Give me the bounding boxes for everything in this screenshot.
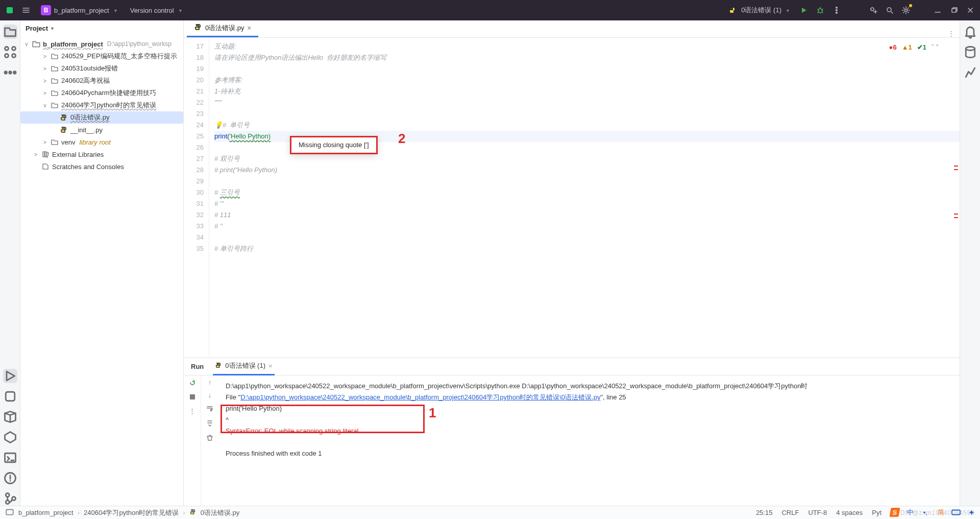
window-restore-icon[interactable]: [948, 5, 960, 16]
search-icon[interactable]: [884, 5, 895, 16]
svg-point-7: [887, 8, 891, 12]
folder-icon: [50, 88, 59, 98]
structure-tool-icon[interactable]: [3, 45, 17, 59]
run-tool-icon[interactable]: [3, 369, 17, 383]
stop-icon[interactable]: [189, 393, 196, 402]
up-icon[interactable]: ↑: [208, 379, 212, 386]
code-area[interactable]: ●6 ▲1 ✔1 ˆ ˅ 互动题:请在评论区使用Python语法编出Hello …: [209, 38, 960, 358]
interpreter-info[interactable]: Pyt: [872, 509, 881, 516]
svg-point-6: [871, 8, 874, 11]
system-tray: S 中 •, 简 ✦: [889, 507, 977, 518]
tree-row[interactable]: >240602高考祝福: [20, 75, 183, 87]
coverage-tool-icon[interactable]: [963, 65, 977, 80]
inspection-widget[interactable]: ●6 ▲1 ✔1 ˆ ˅: [889, 42, 939, 53]
run-tab[interactable]: 0语法错误 (1) ×: [213, 358, 274, 375]
svg-rect-28: [6, 510, 13, 515]
settings-icon[interactable]: [900, 5, 912, 16]
sogou-ime-icon[interactable]: S: [888, 507, 901, 518]
svg-point-14: [4, 72, 7, 74]
ime-punct-icon[interactable]: •,: [920, 507, 931, 518]
file-encoding[interactable]: UTF-8: [808, 509, 827, 516]
ime-zh-icon[interactable]: 中: [904, 507, 916, 518]
folder-icon: [41, 162, 50, 171]
indent-info[interactable]: 4 spaces: [836, 509, 863, 516]
tree-row[interactable]: >240604Pycharm快捷键使用技巧: [20, 87, 183, 99]
tree-row[interactable]: v240604学习python时的常见错误: [20, 99, 183, 111]
window-close-icon[interactable]: [965, 5, 976, 16]
error-stripe[interactable]: [952, 38, 960, 358]
scroll-to-end-icon[interactable]: [206, 419, 214, 429]
run-side-toolbar: ⋮: [184, 375, 201, 506]
trash-icon[interactable]: [206, 434, 214, 443]
vcs-menu[interactable]: Version control: [126, 5, 186, 16]
main-area: Project ▾ v b_platform_project D:\app1\p…: [0, 20, 980, 506]
terminal-tool-icon[interactable]: [3, 451, 17, 465]
more-run-icon[interactable]: ⋮: [189, 407, 195, 415]
folder-icon: [50, 52, 59, 61]
editor-tab-label: 0语法错误.py: [205, 23, 244, 33]
more-actions-icon[interactable]: [831, 5, 842, 16]
run-icon[interactable]: [798, 5, 810, 16]
debug-icon[interactable]: [815, 5, 826, 16]
tree-row[interactable]: >venvlibrary root: [20, 136, 183, 148]
line-separator[interactable]: CRLF: [781, 509, 799, 516]
console-line: ^: [226, 414, 952, 426]
project-selector[interactable]: B b_platform_project: [37, 4, 121, 17]
packages-tool-icon[interactable]: [3, 410, 17, 424]
python-icon: [59, 113, 68, 122]
editor-tabs-menu-icon[interactable]: ⋮: [948, 30, 960, 37]
code-editor[interactable]: 17181920212223242526272829303132333435 ●…: [184, 38, 960, 358]
annotation-label-1: 1: [429, 407, 436, 418]
folder-icon: [50, 137, 59, 147]
nav-back-icon[interactable]: [5, 507, 14, 518]
tree-row[interactable]: >External Libraries: [20, 148, 183, 160]
project-pane-header[interactable]: Project ▾: [20, 20, 183, 36]
tree-row[interactable]: __init__.py: [20, 124, 183, 136]
editor-tab[interactable]: 0语法错误.py ×: [187, 20, 258, 37]
svg-point-16: [13, 72, 16, 74]
python-icon: [727, 5, 738, 16]
notifications-icon[interactable]: [963, 25, 977, 39]
editor-area: 0语法错误.py × ⋮ 171819202122232425262728293…: [184, 20, 960, 506]
close-tab-icon[interactable]: ×: [248, 24, 252, 32]
svg-point-24: [197, 25, 198, 26]
vcs-tool-icon[interactable]: [3, 491, 17, 506]
more-tools-icon[interactable]: [3, 65, 17, 80]
project-tree[interactable]: v b_platform_project D:\app1\python_work…: [20, 36, 183, 506]
python-icon: [215, 362, 222, 370]
soft-wrap-icon[interactable]: [206, 404, 214, 414]
tree-row[interactable]: 0语法错误.py: [20, 111, 183, 124]
run-toolbar: Run 0语法错误 (1) ×: [184, 358, 960, 375]
breadcrumb[interactable]: b_platform_project› 240604学习python时的常见错误…: [18, 508, 239, 517]
svg-point-29: [191, 510, 192, 511]
svg-point-12: [5, 54, 8, 58]
project-tool-icon[interactable]: [3, 25, 17, 39]
code-with-me-icon[interactable]: [868, 5, 879, 16]
annotation-label-2: 2: [398, 133, 405, 144]
caret-position[interactable]: 25:15: [756, 509, 773, 516]
status-bar: b_platform_project› 240604学习python时的常见错误…: [0, 506, 980, 519]
svg-point-11: [12, 47, 15, 51]
window-minimize-icon[interactable]: [932, 5, 943, 16]
run-config-selector[interactable]: 0语法错误 (1): [723, 3, 793, 17]
services-tool-icon[interactable]: [3, 430, 17, 444]
rerun-icon[interactable]: [188, 379, 197, 388]
ime-settings-icon[interactable]: ✦: [966, 507, 977, 518]
close-run-tab-icon[interactable]: ×: [268, 362, 273, 370]
database-tool-icon[interactable]: [963, 45, 977, 59]
tree-row[interactable]: >240529_PEP编码规范_太多空格行提示: [20, 50, 183, 62]
folder-icon: [32, 39, 41, 49]
tree-row[interactable]: >240531outside报错: [20, 62, 183, 75]
tree-root[interactable]: v b_platform_project D:\app1\python_work…: [20, 38, 183, 50]
down-icon[interactable]: ↓: [208, 391, 212, 399]
svg-point-10: [5, 47, 8, 51]
problems-tool-icon[interactable]: [3, 471, 17, 485]
ime-simp-icon[interactable]: 简: [935, 507, 946, 518]
main-menu-icon[interactable]: [20, 5, 32, 16]
python-console-tool-icon[interactable]: [3, 389, 17, 404]
svg-point-27: [966, 47, 975, 51]
console-output[interactable]: D:\app1\python_workspace\240522_workspac…: [218, 375, 960, 506]
tree-row[interactable]: Scratches and Consoles: [20, 160, 183, 173]
file-link[interactable]: D:\app1\python_workspace\240522_workspac…: [240, 393, 600, 401]
ime-keyboard-icon[interactable]: [950, 507, 962, 518]
